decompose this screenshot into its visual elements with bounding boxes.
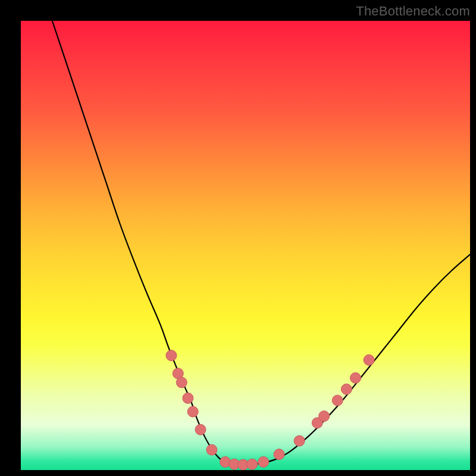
highlight-dot [294, 436, 305, 446]
highlight-dot [364, 355, 374, 365]
plot-area [21, 21, 470, 470]
highlight-dot [195, 424, 206, 435]
highlight-dot [176, 377, 187, 388]
watermark-text: TheBottleneck.com [356, 4, 470, 19]
highlight-dot [187, 406, 198, 417]
highlight-dot [332, 395, 343, 406]
highlight-dot [183, 393, 193, 403]
highlight-dot [341, 384, 352, 394]
chart-svg [21, 21, 470, 470]
highlight-dot [319, 411, 330, 421]
highlight-dot [258, 456, 269, 467]
bottleneck-curve [52, 21, 470, 465]
chart-frame: TheBottleneck.com [0, 0, 476, 476]
highlight-dot [247, 459, 258, 469]
highlight-dot [166, 350, 177, 361]
highlight-dot [350, 372, 361, 383]
highlight-dot [274, 449, 284, 460]
highlight-dot [206, 444, 217, 455]
highlight-dots [166, 350, 374, 469]
